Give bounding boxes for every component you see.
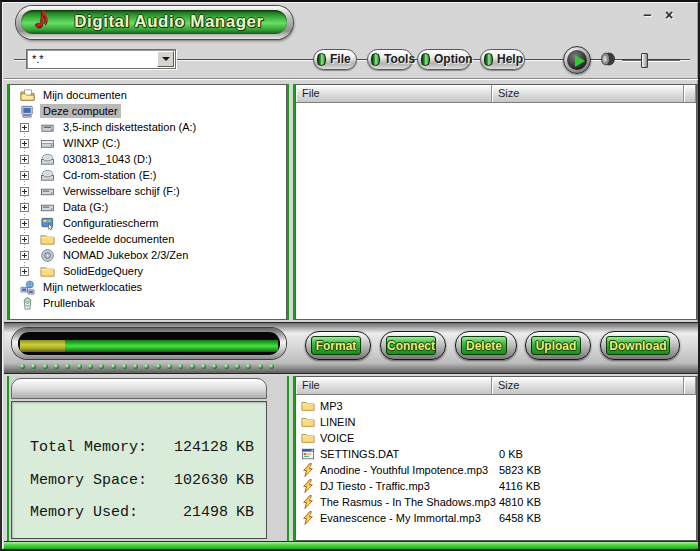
combobox-dropdown-button[interactable] (157, 51, 174, 67)
volume-slider-track[interactable] (622, 59, 680, 61)
led-dot-icon (235, 364, 240, 369)
column-header-file[interactable]: File (296, 85, 492, 102)
file-row[interactable]: SETTINGS.DAT0 KB (296, 446, 696, 462)
file-filter-combobox[interactable]: *.* (26, 49, 176, 69)
file-row[interactable]: VOICE (296, 430, 696, 446)
file-size: 4810 KB (499, 496, 541, 508)
tree-item[interactable]: Prullenbak (10, 295, 286, 311)
connect-button[interactable]: Connect (380, 331, 446, 360)
expand-icon[interactable] (20, 219, 29, 228)
led-dot-icon (77, 364, 82, 369)
led-dot-icon (133, 364, 138, 369)
expand-icon[interactable] (20, 155, 29, 164)
expand-icon[interactable] (20, 139, 29, 148)
volume-slider-thumb[interactable] (641, 53, 648, 68)
device-list-header: File Size (296, 377, 696, 395)
tree-item[interactable]: Deze computer (10, 103, 286, 119)
expand-icon[interactable] (20, 267, 29, 276)
mydocs-icon (20, 88, 35, 103)
speaker-icon[interactable] (597, 50, 617, 68)
column-header-size[interactable]: Size (492, 85, 684, 102)
column-header-size[interactable]: Size (492, 377, 684, 394)
upload-button[interactable]: Upload (525, 331, 591, 360)
directory-tree: Mijn documentenDeze computer3,5-inch dis… (10, 85, 286, 319)
mp3-icon (301, 479, 315, 493)
button-label: Connect (387, 339, 435, 353)
download-button[interactable]: Download (600, 331, 680, 360)
tree-item[interactable]: Cd-rom-station (E:) (10, 167, 286, 183)
tree-item[interactable]: 3,5-inch diskettestation (A:) (10, 119, 286, 135)
app-logo-band: Digital Audio Manager (21, 10, 287, 34)
memory-used-label: Memory Used: (30, 504, 155, 519)
file-row[interactable]: DJ Tiesto - Traffic.mp34116 KB (296, 478, 696, 494)
expand-icon[interactable] (20, 203, 29, 212)
expand-icon[interactable] (20, 235, 29, 244)
button-face: Download (606, 336, 670, 355)
tree-item-label: Mijn documenten (40, 88, 130, 102)
tree-item-label: Verwisselbare schijf (F:) (60, 184, 183, 198)
menu-led-icon (421, 53, 430, 66)
expand-icon[interactable] (20, 123, 29, 132)
led-dot-icon (20, 364, 25, 369)
memory-panel-body: Total Memory: 124128 KB Memory Space: 10… (11, 401, 267, 539)
memory-progress-bar (12, 328, 286, 359)
file-row[interactable]: LINEIN (296, 414, 696, 430)
menu-button-tools[interactable]: Tools (367, 49, 413, 70)
tree-item[interactable]: Mijn netwerklocaties (10, 279, 286, 295)
tree-item[interactable]: Data (G:) (10, 199, 286, 215)
tree-item[interactable]: 030813_1043 (D:) (10, 151, 286, 167)
delete-button[interactable]: Delete (455, 331, 517, 360)
led-dot-icon (54, 364, 59, 369)
menu-button-help[interactable]: Help (480, 49, 525, 70)
button-label: Upload (536, 339, 577, 353)
memory-space-row: Memory Space: 102630 KB (12, 472, 266, 487)
column-header-file[interactable]: File (296, 377, 492, 394)
tree-item[interactable]: SolidEdgeQuery (10, 263, 286, 279)
expand-icon[interactable] (20, 251, 29, 260)
close-button[interactable]: × (662, 9, 676, 23)
file-row[interactable]: Anodine - Youthful Impotence.mp35823 KB (296, 462, 696, 478)
button-face: Upload (531, 336, 581, 355)
memory-free-bar (65, 340, 278, 352)
folder-icon (301, 415, 315, 429)
file-filter-value: *.* (27, 50, 175, 65)
file-row[interactable]: Evanescence - My Immortal.mp36458 KB (296, 510, 696, 526)
format-button[interactable]: Format (305, 331, 371, 360)
local-list-header: File Size (296, 85, 696, 103)
file-row[interactable]: The Rasmus - In The Shadows.mp34810 KB (296, 494, 696, 510)
file-name: LINEIN (320, 416, 499, 428)
memory-used-value: 21498 (155, 504, 228, 519)
memory-total-unit: KB (236, 439, 254, 454)
led-dot-icon (212, 364, 217, 369)
play-button[interactable] (563, 46, 591, 74)
tree-item-label: Data (G:) (60, 200, 111, 214)
tree-item-label: Deze computer (40, 104, 121, 118)
tree-item[interactable]: Mijn documenten (10, 87, 286, 103)
minimize-button[interactable]: − (640, 9, 654, 23)
file-row[interactable]: MP3 (296, 398, 696, 414)
menu-button-file[interactable]: File (313, 49, 357, 70)
tree-item[interactable]: WINXP (C:) (10, 135, 286, 151)
tree-item-label: 3,5-inch diskettestation (A:) (60, 120, 199, 134)
memory-panel-header (11, 378, 267, 399)
menu-button-label: Tools (380, 52, 422, 67)
tree-item-label: Mijn netwerklocaties (40, 280, 145, 294)
led-dot-icon (167, 364, 172, 369)
column-header-spacer (684, 377, 696, 394)
tree-item[interactable]: Gedeelde documenten (10, 231, 286, 247)
mp3-icon (301, 463, 315, 477)
removable-icon (40, 200, 55, 215)
tree-item[interactable]: Verwisselbare schijf (F:) (10, 183, 286, 199)
button-face: Connect (386, 336, 436, 355)
file-size: 0 KB (499, 448, 523, 460)
tree-item[interactable]: NOMAD Jukebox 2/3/Zen (10, 247, 286, 263)
chevron-down-icon (162, 57, 170, 61)
expand-icon[interactable] (20, 171, 29, 180)
menu-button-option[interactable]: Option (417, 49, 471, 70)
tree-item[interactable]: Configuratiescherm (10, 215, 286, 231)
tree-item-label: SolidEdgeQuery (60, 264, 146, 278)
expand-icon[interactable] (20, 187, 29, 196)
memory-total-label: Total Memory: (30, 439, 155, 454)
app-title: Digital Audio Manager (44, 12, 263, 32)
led-dot-icon (31, 364, 36, 369)
